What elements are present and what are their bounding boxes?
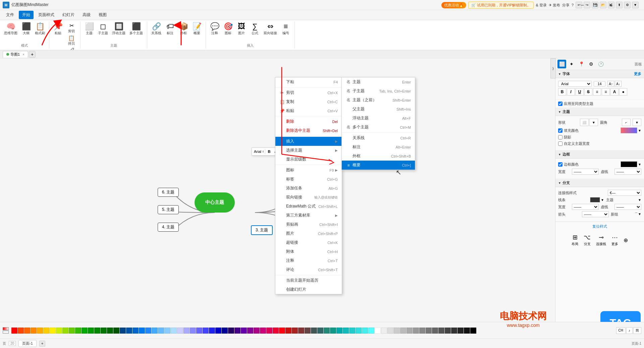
ribbon-btn-format-paint[interactable]: 🖌 格式刷 (65, 47, 77, 50)
color-swatch[interactable] (407, 328, 413, 334)
fill-color-btn[interactable]: ● (619, 88, 627, 96)
color-swatch[interactable] (432, 328, 438, 334)
color-swatch[interactable] (18, 328, 24, 334)
ribbon-btn-comment[interactable]: 💬 注释 (209, 22, 221, 36)
color-swatch[interactable] (413, 328, 419, 334)
branch-dash-select[interactable]: —— (614, 204, 641, 210)
border-dash-select[interactable]: —— (614, 169, 641, 175)
panel-style-btn[interactable]: ⬜ (557, 60, 566, 68)
center-topic[interactable]: 中心主题 (195, 192, 235, 213)
bold-btn[interactable]: B (558, 88, 566, 96)
font-name-select[interactable]: Arial (558, 81, 592, 87)
color-swatch[interactable] (94, 328, 100, 334)
apply-checkbox[interactable] (558, 102, 562, 106)
panel-marker-btn[interactable]: 📍 (577, 60, 586, 68)
ctx-create-slide[interactable]: 创建幻灯片 (275, 285, 342, 294)
border-color-checkbox[interactable] (558, 162, 562, 167)
line-color-dropdown[interactable]: ▼ (601, 198, 604, 202)
ctx-review[interactable]: 评论 Ctrl+Shift+T (275, 265, 342, 274)
align-left-btn[interactable]: ≡ (593, 88, 601, 96)
color-swatch[interactable] (31, 328, 37, 334)
font-color-btn[interactable]: A (610, 88, 619, 96)
float-font-dropdown[interactable]: I (263, 150, 264, 153)
color-swatch[interactable] (445, 328, 451, 334)
ctx-edrawmath[interactable]: EdrawMath 公式 Ctrl+Shift+L (275, 202, 342, 211)
ribbon-btn-copy[interactable]: 📋 持贝 (65, 35, 77, 46)
color-swatch[interactable] (324, 328, 330, 334)
promo-badge[interactable]: 优惠活动🔥 (441, 2, 466, 8)
ctx-paste[interactable]: 📌粘贴 Ctrl+V (275, 106, 342, 115)
sub-parent-topic[interactable]: 父主题 Shift+Ins (342, 105, 415, 114)
reset-style-btn[interactable]: 复位样式 (555, 222, 644, 231)
topic-3[interactable]: 3. 主题 (251, 225, 273, 235)
sub-frame[interactable]: 外框 Ctrl+Shift+B (342, 152, 415, 161)
ctx-delete-selected[interactable]: 删除选中主题 Shift+Del (275, 126, 342, 135)
ctx-select-topic[interactable]: 选择主题 ▶ (275, 146, 342, 155)
help-btn[interactable]: ? (572, 3, 574, 7)
vip-btn[interactable]: 🛒 试用已到期，开通VIP解锁限制。 (468, 2, 534, 9)
ribbon-btn-outline[interactable]: ⬛ 大纲 (20, 22, 32, 36)
ribbon-btn-icon[interactable]: 🎯 图标 (222, 22, 234, 36)
panel-setting-btn[interactable]: ⚙ (587, 60, 595, 68)
color-swatch[interactable] (438, 328, 444, 334)
line-color-preview[interactable] (590, 197, 600, 202)
topic-5[interactable]: 5. 主题 (158, 205, 179, 214)
shape-more-btn[interactable]: ▼ (589, 119, 598, 126)
login-btn[interactable]: & 登录 (536, 3, 546, 8)
color-swatch[interactable] (164, 328, 170, 334)
ribbon-btn-frame[interactable]: 📦 外框 (177, 22, 190, 36)
sub-topic-main[interactable]: 名主题 Enter (342, 77, 415, 86)
color-swatch[interactable] (317, 328, 323, 334)
color-swatch[interactable] (298, 328, 304, 334)
panel-collapse-side-btn[interactable]: ⟩ (550, 58, 556, 78)
fill-color-checkbox[interactable] (558, 128, 562, 133)
border-color-preview[interactable] (621, 161, 637, 167)
ctx-delete[interactable]: 删除 Del (275, 117, 342, 126)
color-swatch[interactable] (196, 328, 202, 334)
color-swatch[interactable] (292, 328, 298, 334)
font-size-down-btn[interactable]: A↓ (615, 81, 622, 87)
italic-btn[interactable]: I (567, 88, 575, 96)
ribbon-btn-mindmap[interactable]: 🧠 思维导图 (3, 22, 19, 36)
ribbon-btn-image[interactable]: 🖼 图片 (235, 22, 248, 36)
color-swatch[interactable] (50, 328, 56, 334)
color-swatch[interactable] (260, 328, 266, 334)
ctx-paste-down[interactable]: 下粘 F4 (275, 77, 342, 86)
ribbon-btn-annotation[interactable]: 🏷 标注 (164, 22, 176, 36)
ctx-icon-item[interactable]: 图标 F9▶ (275, 166, 342, 175)
connect-style-select[interactable]: €— (608, 190, 641, 196)
color-swatch[interactable] (113, 328, 119, 334)
ctx-hyperlink[interactable]: 超链接 Ctrl+K (275, 238, 342, 247)
color-swatch[interactable] (400, 328, 406, 334)
ribbon-btn-paste[interactable]: 📌 粘贴 (52, 22, 64, 36)
color-swatch[interactable] (273, 328, 279, 334)
page-tab-1[interactable]: 页面-1 (18, 340, 37, 347)
tab-add-btn[interactable]: + (29, 51, 36, 58)
color-swatch[interactable] (247, 328, 253, 334)
color-swatch[interactable] (234, 328, 240, 334)
color-swatch[interactable] (177, 328, 183, 334)
color-swatch[interactable] (190, 328, 196, 334)
font-size-input[interactable] (594, 81, 605, 86)
ribbon-btn-cut[interactable]: ✂ 剪切 (65, 22, 77, 34)
menu-page-style[interactable]: 页面样式 (35, 11, 58, 19)
ribbon-btn-topic[interactable]: ⬜ 主题 (83, 22, 95, 36)
win-maximize-btn[interactable]: □ (590, 0, 603, 10)
color-swatch[interactable] (209, 328, 215, 334)
color-swatch[interactable] (426, 328, 432, 334)
corner-more-btn[interactable]: ▼ (633, 119, 641, 126)
ctx-copy[interactable]: 📋复制 Ctrl+C (275, 97, 342, 106)
connect-btn[interactable]: ⊸ 连接线 (596, 234, 606, 246)
align-center-btn[interactable]: ≡ (602, 88, 610, 96)
color-fill-indicator[interactable] (3, 327, 9, 330)
ribbon-btn-subtopic[interactable]: ◻ 子主题 (97, 22, 109, 36)
color-swatch[interactable] (228, 328, 234, 334)
color-swatch[interactable] (362, 328, 368, 334)
color-swatch[interactable] (145, 328, 151, 334)
color-swatch[interactable] (464, 328, 470, 334)
new-group-dropdown[interactable]: ⌒▼ (635, 212, 641, 217)
color-swatch[interactable] (24, 328, 30, 334)
sub-summary[interactable]: ≡概要 Ctrl+] (342, 161, 415, 170)
float-bold-btn[interactable]: B (267, 149, 272, 154)
sub-callout[interactable]: 标注 Alt+Enter (342, 142, 415, 152)
